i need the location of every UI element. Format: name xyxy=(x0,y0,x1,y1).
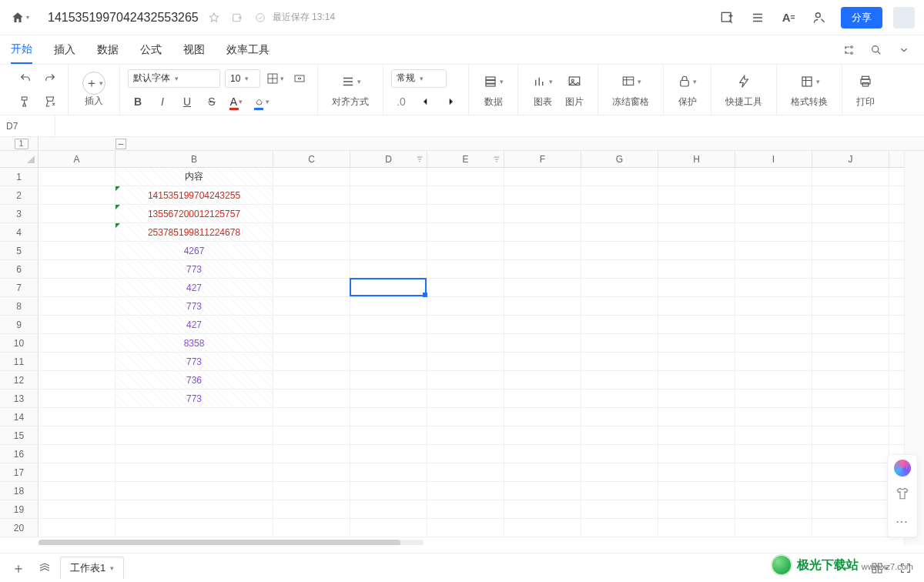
column-header[interactable]: E xyxy=(427,151,504,167)
select-all-corner[interactable] xyxy=(0,151,38,167)
cell[interactable] xyxy=(38,297,116,315)
column-header[interactable]: C xyxy=(273,151,350,167)
cell[interactable] xyxy=(38,260,116,278)
column-header[interactable]: H xyxy=(658,151,735,167)
underline-icon[interactable]: U xyxy=(177,92,197,111)
cell[interactable] xyxy=(658,463,735,481)
cell[interactable]: 427 xyxy=(116,279,273,296)
cell[interactable] xyxy=(581,223,658,241)
outline-collapse-button[interactable]: – xyxy=(116,139,126,149)
cell[interactable] xyxy=(504,186,581,204)
cell[interactable] xyxy=(116,482,273,500)
tab-view[interactable]: 视图 xyxy=(183,37,205,63)
cell[interactable] xyxy=(427,371,504,389)
cell[interactable] xyxy=(38,316,116,333)
cell[interactable] xyxy=(812,371,889,389)
cell[interactable] xyxy=(427,186,504,204)
cell[interactable] xyxy=(812,223,889,241)
cell[interactable] xyxy=(812,463,889,481)
cell[interactable] xyxy=(273,426,350,444)
cell[interactable] xyxy=(658,500,735,518)
all-sheets-icon[interactable] xyxy=(34,557,55,579)
cell[interactable] xyxy=(427,316,504,333)
cell[interactable]: 141535199704243255 xyxy=(116,186,273,204)
cell[interactable] xyxy=(427,390,504,407)
clear-format-icon[interactable] xyxy=(40,92,60,111)
cell[interactable] xyxy=(658,390,735,407)
cell[interactable] xyxy=(273,260,350,278)
cell[interactable] xyxy=(350,445,427,463)
cell[interactable] xyxy=(38,371,116,389)
font-size-select[interactable]: 10▾ xyxy=(225,69,260,88)
cell[interactable] xyxy=(350,316,427,333)
cell[interactable] xyxy=(427,297,504,315)
share-button[interactable]: 分享 xyxy=(841,7,882,28)
cell[interactable] xyxy=(581,408,658,426)
cell[interactable] xyxy=(427,482,504,500)
cell[interactable] xyxy=(504,297,581,315)
cell[interactable] xyxy=(735,371,812,389)
avatar[interactable] xyxy=(893,7,915,28)
image-icon[interactable] xyxy=(567,71,582,92)
tab-formula[interactable]: 公式 xyxy=(140,37,162,63)
cell[interactable] xyxy=(38,426,116,444)
tab-insert[interactable]: 插入 xyxy=(54,37,75,63)
cell[interactable] xyxy=(812,334,889,352)
redo-icon[interactable] xyxy=(40,69,60,88)
cell[interactable]: 773 xyxy=(116,353,273,370)
cell[interactable] xyxy=(427,445,504,463)
row-header[interactable]: 18 xyxy=(0,482,38,500)
row-header[interactable]: 14 xyxy=(0,408,38,426)
cell[interactable] xyxy=(38,463,116,481)
star-icon[interactable] xyxy=(206,10,222,25)
cell[interactable] xyxy=(350,223,427,241)
horizontal-scrollbar[interactable] xyxy=(0,537,904,545)
cell[interactable] xyxy=(812,426,889,444)
cell[interactable] xyxy=(273,463,350,481)
cell[interactable] xyxy=(812,279,889,296)
home-button[interactable]: ▾ xyxy=(9,7,31,28)
cell[interactable] xyxy=(735,390,812,407)
cell[interactable] xyxy=(812,500,889,518)
cell[interactable] xyxy=(350,482,427,500)
cell[interactable] xyxy=(350,463,427,481)
column-header[interactable]: G xyxy=(581,151,658,167)
cell[interactable] xyxy=(273,371,350,389)
italic-icon[interactable]: I xyxy=(152,92,172,111)
row-header[interactable]: 9 xyxy=(0,316,38,333)
chart-icon[interactable]: ▾ xyxy=(532,71,553,92)
cell[interactable] xyxy=(504,279,581,296)
ai-assistant-icon[interactable] xyxy=(894,460,911,477)
shortcut-tools-icon[interactable] xyxy=(737,71,751,92)
cell[interactable] xyxy=(658,242,735,259)
cell[interactable]: 4267 xyxy=(116,242,273,259)
cell[interactable] xyxy=(427,242,504,259)
cell[interactable] xyxy=(504,242,581,259)
cell[interactable]: 135567200012125757 xyxy=(116,205,273,222)
cell[interactable] xyxy=(427,408,504,426)
cell[interactable] xyxy=(735,186,812,204)
cell[interactable] xyxy=(273,297,350,315)
cell[interactable] xyxy=(658,260,735,278)
cell[interactable] xyxy=(273,500,350,518)
cell[interactable] xyxy=(116,408,273,426)
cell[interactable] xyxy=(273,316,350,333)
cell[interactable] xyxy=(427,519,504,537)
doc-title[interactable]: 1415351997042432553265 xyxy=(48,11,199,25)
cell[interactable] xyxy=(581,390,658,407)
outline-level-button[interactable]: 1 xyxy=(15,139,28,149)
person-edit-icon[interactable] xyxy=(807,5,832,30)
font-color-icon[interactable]: A▾ xyxy=(226,92,246,111)
cell[interactable] xyxy=(812,186,889,204)
undo-icon[interactable] xyxy=(15,69,35,88)
collapse-ribbon-icon[interactable] xyxy=(895,41,913,59)
cell[interactable] xyxy=(504,260,581,278)
cell[interactable] xyxy=(427,463,504,481)
format-convert-icon[interactable]: ▾ xyxy=(799,71,820,92)
cell[interactable] xyxy=(735,334,812,352)
cell[interactable] xyxy=(581,279,658,296)
row-header[interactable]: 3 xyxy=(0,205,38,222)
cell[interactable] xyxy=(427,223,504,241)
cell[interactable] xyxy=(116,519,273,537)
cell[interactable] xyxy=(581,426,658,444)
